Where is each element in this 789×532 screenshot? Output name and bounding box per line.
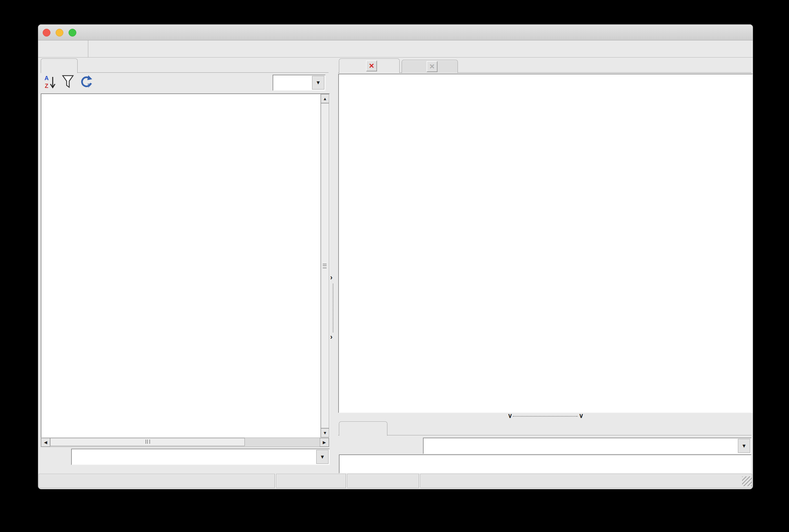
tree-view[interactable]: ▲ ▼ [41, 93, 330, 438]
chevron-down-icon: ∨ [579, 412, 584, 419]
chevron-right-icon: › [330, 333, 333, 341]
filter-combobox[interactable]: ▼ [71, 449, 330, 465]
scroll-down-icon[interactable]: ▼ [321, 428, 329, 437]
tab-canvas-1[interactable]: ✕ [339, 58, 400, 73]
roofit-browser-window: AZ ▼ ▲ ▼ ◀ ▶ ▼ › › ✕ ✕ [38, 24, 753, 489]
sort-az-icon[interactable]: AZ [43, 74, 58, 90]
scroll-up-icon[interactable]: ▲ [321, 94, 329, 103]
tab-command[interactable] [339, 421, 388, 436]
status-segment-1 [39, 474, 275, 488]
horizontal-scroll-thumb[interactable] [50, 438, 245, 446]
panel-splitter-horizontal[interactable]: ∨ ∨ [338, 413, 751, 420]
root-canvas[interactable] [338, 74, 753, 413]
channel1-plot [339, 74, 752, 413]
menu-bar [38, 40, 753, 58]
chevron-down-icon[interactable]: ▼ [312, 76, 324, 90]
svg-text:Z: Z [45, 83, 49, 89]
status-segment-3 [347, 474, 419, 488]
command-output-area[interactable] [339, 454, 751, 474]
close-tab-icon[interactable]: ✕ [427, 61, 437, 72]
chevron-down-icon: ∨ [508, 412, 512, 419]
status-segment-4 [420, 474, 752, 488]
chevron-down-icon[interactable]: ▼ [738, 439, 750, 453]
menu-browser[interactable] [38, 40, 88, 57]
status-segment-2 [276, 474, 346, 488]
command-input[interactable]: ▼ [423, 438, 751, 454]
desktop: { "window": {"title": "RooFit Browser"},… [0, 0, 789, 532]
filter-funnel-icon[interactable] [61, 74, 75, 90]
chevron-down-icon[interactable]: ▼ [316, 450, 328, 464]
tab-editor-1[interactable]: ✕ [401, 60, 458, 73]
close-tab-icon[interactable]: ✕ [366, 60, 377, 72]
svg-text:A: A [44, 75, 49, 81]
title-bar[interactable] [38, 24, 753, 40]
window-title [38, 24, 753, 40]
scroll-right-icon[interactable]: ▶ [320, 438, 329, 447]
scroll-left-icon[interactable]: ◀ [41, 438, 50, 447]
draw-option-combobox[interactable]: ▼ [273, 75, 326, 91]
refresh-icon[interactable] [79, 74, 93, 90]
vertical-scroll-thumb[interactable] [321, 103, 329, 428]
tab-files[interactable] [41, 58, 78, 73]
tree-horizontal-scrollbar[interactable]: ◀ ▶ [41, 438, 329, 447]
menu-items [89, 40, 173, 57]
tree-vertical-scrollbar[interactable]: ▲ ▼ [320, 94, 329, 437]
resize-grip-icon[interactable] [742, 476, 752, 486]
panel-splitter-vertical[interactable]: › › [329, 58, 337, 489]
chevron-right-icon: › [330, 273, 333, 282]
